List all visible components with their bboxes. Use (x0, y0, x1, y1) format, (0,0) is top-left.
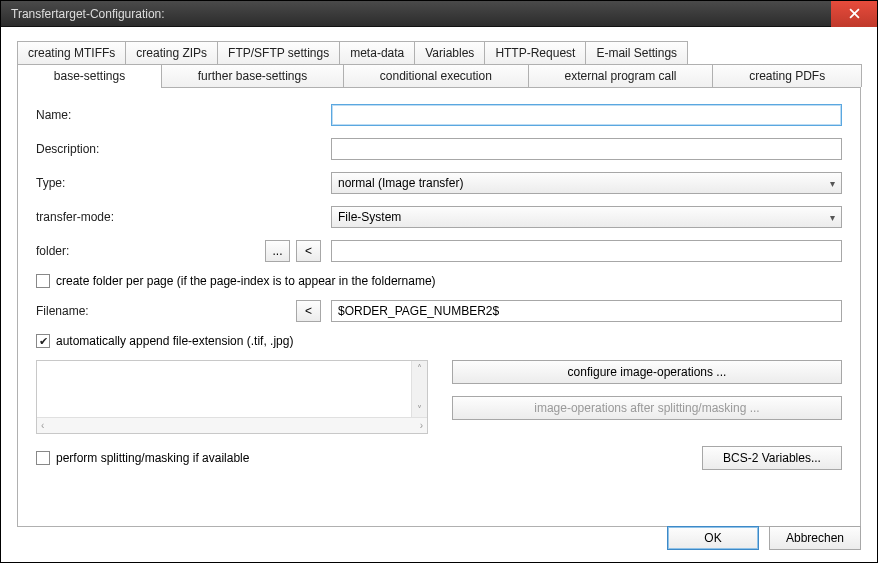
image-operations-buttons: configure image-operations ... image-ope… (452, 360, 842, 434)
chevron-down-icon: ▾ (830, 178, 835, 189)
client-area: creating MTIFFs creating ZIPs FTP/SFTP s… (1, 27, 877, 562)
image-operations-listbox[interactable]: ˄ ˅ ‹ › (36, 360, 428, 434)
window-title: Transfertarget-Configuration: (11, 7, 831, 21)
listbox-vertical-scrollbar[interactable]: ˄ ˅ (411, 361, 427, 417)
scroll-down-icon[interactable]: ˅ (413, 402, 426, 417)
row-folder: folder: ... < (36, 240, 842, 262)
tab-ftp-sftp[interactable]: FTP/SFTP settings (217, 41, 340, 64)
dialog-footer: OK Abbrechen (667, 526, 861, 550)
append-extension-checkbox[interactable] (36, 334, 50, 348)
tabs-row-1: creating MTIFFs creating ZIPs FTP/SFTP s… (17, 41, 861, 64)
type-select-value: normal (Image transfer) (338, 176, 463, 190)
tab-http-request[interactable]: HTTP-Request (484, 41, 586, 64)
folder-input[interactable] (331, 240, 842, 262)
scroll-up-icon[interactable]: ˄ (413, 361, 426, 376)
tab-creating-pdfs[interactable]: creating PDFs (712, 64, 862, 87)
bcs2-variables-button[interactable]: BCS-2 Variables... (702, 446, 842, 470)
description-input[interactable] (331, 138, 842, 160)
name-input[interactable] (331, 104, 842, 126)
filename-back-button[interactable]: < (296, 300, 321, 322)
label-filename: Filename: (36, 304, 216, 318)
folder-back-button[interactable]: < (296, 240, 321, 262)
row-create-folder-per-page: create folder per page (if the page-inde… (36, 274, 842, 288)
tab-creating-zips[interactable]: creating ZIPs (125, 41, 218, 64)
tab-creating-mtiffs[interactable]: creating MTIFFs (17, 41, 126, 64)
window: Transfertarget-Configuration: creating M… (0, 0, 878, 563)
label-type: Type: (36, 176, 216, 190)
type-select[interactable]: normal (Image transfer) ▾ (331, 172, 842, 194)
tabs-row-2: base-settings further base-settings cond… (17, 64, 861, 87)
perform-splitting-checkbox[interactable] (36, 451, 50, 465)
transfer-mode-select[interactable]: File-System ▾ (331, 206, 842, 228)
tab-further-base-settings[interactable]: further base-settings (161, 64, 344, 87)
close-button[interactable] (831, 1, 877, 27)
create-folder-checkbox[interactable] (36, 274, 50, 288)
row-description: Description: (36, 138, 842, 160)
label-transfer-mode: transfer-mode: (36, 210, 216, 224)
row-transfer-mode: transfer-mode: File-System ▾ (36, 206, 842, 228)
configure-image-operations-button[interactable]: configure image-operations ... (452, 360, 842, 384)
scroll-right-icon[interactable]: › (416, 418, 427, 433)
tab-email-settings[interactable]: E-mail Settings (585, 41, 688, 64)
label-folder: folder: (36, 244, 216, 258)
tab-body: Name: Description: Type: normal (Image t… (17, 87, 861, 527)
cancel-button[interactable]: Abbrechen (769, 526, 861, 550)
label-name: Name: (36, 108, 216, 122)
append-extension-label: automatically append file-extension (.ti… (56, 334, 293, 348)
perform-splitting-label: perform splitting/masking if available (56, 451, 249, 465)
row-splitting-and-bcs: perform splitting/masking if available B… (36, 446, 842, 470)
tab-variables[interactable]: Variables (414, 41, 485, 64)
titlebar: Transfertarget-Configuration: (1, 1, 877, 27)
row-type: Type: normal (Image transfer) ▾ (36, 172, 842, 194)
chevron-down-icon: ▾ (830, 212, 835, 223)
tab-external-program-call[interactable]: external program call (528, 64, 714, 87)
image-operations-after-splitting-button: image-operations after splitting/masking… (452, 396, 842, 420)
filename-input[interactable] (331, 300, 842, 322)
ok-button[interactable]: OK (667, 526, 759, 550)
close-icon (849, 8, 860, 19)
transfer-mode-select-value: File-System (338, 210, 401, 224)
listbox-horizontal-scrollbar[interactable]: ‹ › (37, 417, 427, 433)
scroll-left-icon[interactable]: ‹ (37, 418, 48, 433)
row-append-extension: automatically append file-extension (.ti… (36, 334, 842, 348)
tab-conditional-execution[interactable]: conditional execution (343, 64, 529, 87)
row-name: Name: (36, 104, 842, 126)
tab-base-settings[interactable]: base-settings (17, 64, 162, 87)
folder-browse-button[interactable]: ... (265, 240, 290, 262)
row-filename: Filename: < (36, 300, 842, 322)
image-operations-area: ˄ ˅ ‹ › configure image-operations ... i… (36, 360, 842, 434)
tab-meta-data[interactable]: meta-data (339, 41, 415, 64)
create-folder-label: create folder per page (if the page-inde… (56, 274, 436, 288)
label-description: Description: (36, 142, 216, 156)
